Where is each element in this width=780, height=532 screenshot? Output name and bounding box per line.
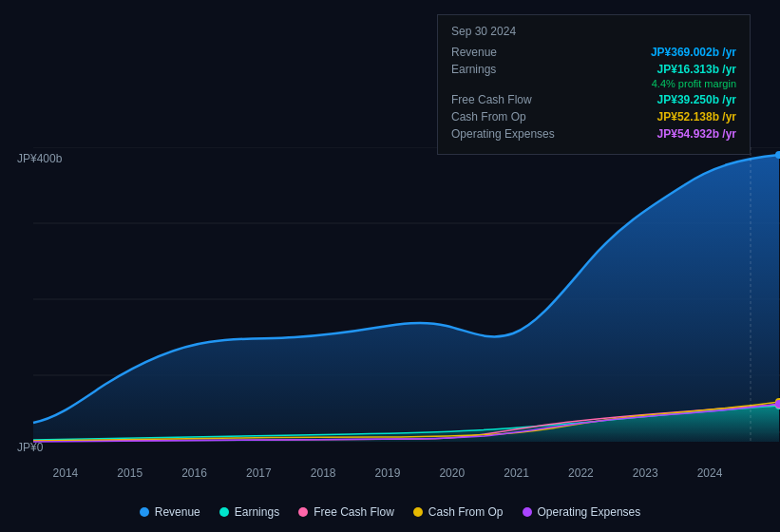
legend-label-cashfromop: Cash From Op <box>428 505 504 519</box>
tooltip-label-opex: Operating Expenses <box>451 127 556 141</box>
tooltip-value-opex: JP¥54.932b /yr <box>657 127 736 141</box>
x-label-2022: 2022 <box>568 466 594 480</box>
legend-dot-opex <box>523 507 532 517</box>
x-label-2019: 2019 <box>375 466 401 480</box>
x-label-2021: 2021 <box>504 466 529 480</box>
legend-label-revenue: Revenue <box>155 505 200 519</box>
x-label-2016: 2016 <box>181 466 207 480</box>
x-label-2024: 2024 <box>697 466 723 480</box>
legend-item-revenue[interactable]: Revenue <box>140 505 200 519</box>
legend-label-fcf: Free Cash Flow <box>314 505 394 519</box>
tooltip-label-revenue: Revenue <box>451 46 556 59</box>
legend-item-opex[interactable]: Operating Expenses <box>523 505 641 519</box>
tooltip-value-fcf: JP¥39.250b /yr <box>657 93 736 106</box>
tooltip-label-cashfromop: Cash From Op <box>451 110 556 124</box>
revenue-area <box>33 155 779 442</box>
legend-dot-fcf <box>298 507 308 517</box>
tooltip-value-cashfromop: JP¥52.138b /yr <box>657 110 736 124</box>
x-label-2018: 2018 <box>311 466 336 480</box>
tooltip-value-earnings: JP¥16.313b /yr <box>657 63 736 76</box>
chart-container: Sep 30 2024 Revenue JP¥369.002b /yr Earn… <box>0 0 780 532</box>
tooltip-date: Sep 30 2024 <box>451 25 736 38</box>
legend-item-fcf[interactable]: Free Cash Flow <box>298 505 394 519</box>
tooltip-row-cashfromop: Cash From Op JP¥52.138b /yr <box>451 110 736 124</box>
tooltip-label-earnings: Earnings <box>451 63 556 76</box>
legend-item-cashfromop[interactable]: Cash From Op <box>413 505 504 519</box>
tooltip-label-fcf: Free Cash Flow <box>451 93 556 106</box>
legend-dot-earnings <box>219 507 229 517</box>
chart-svg <box>0 147 780 451</box>
x-label-2023: 2023 <box>633 466 658 480</box>
x-axis: 2014 2015 2016 2017 2018 2019 2020 2021 … <box>0 466 780 480</box>
x-label-2015: 2015 <box>117 466 143 480</box>
tooltip-profit-margin: 4.4% profit margin <box>451 78 736 89</box>
tooltip-row-earnings: Earnings JP¥16.313b /yr <box>451 63 736 76</box>
tooltip-row-opex: Operating Expenses JP¥54.932b /yr <box>451 127 736 141</box>
x-label-2014: 2014 <box>53 466 79 480</box>
x-label-2020: 2020 <box>439 466 465 480</box>
tooltip: Sep 30 2024 Revenue JP¥369.002b /yr Earn… <box>437 14 751 155</box>
legend-dot-cashfromop <box>413 507 423 517</box>
x-label-2017: 2017 <box>246 466 272 480</box>
legend-label-opex: Operating Expenses <box>538 505 641 519</box>
legend-label-earnings: Earnings <box>235 505 279 519</box>
tooltip-row-revenue: Revenue JP¥369.002b /yr <box>451 46 736 59</box>
tooltip-value-revenue: JP¥369.002b /yr <box>651 46 736 59</box>
chart-legend: Revenue Earnings Free Cash Flow Cash Fro… <box>0 505 780 519</box>
legend-dot-revenue <box>140 507 149 517</box>
tooltip-row-fcf: Free Cash Flow JP¥39.250b /yr <box>451 93 736 106</box>
legend-item-earnings[interactable]: Earnings <box>219 505 279 519</box>
